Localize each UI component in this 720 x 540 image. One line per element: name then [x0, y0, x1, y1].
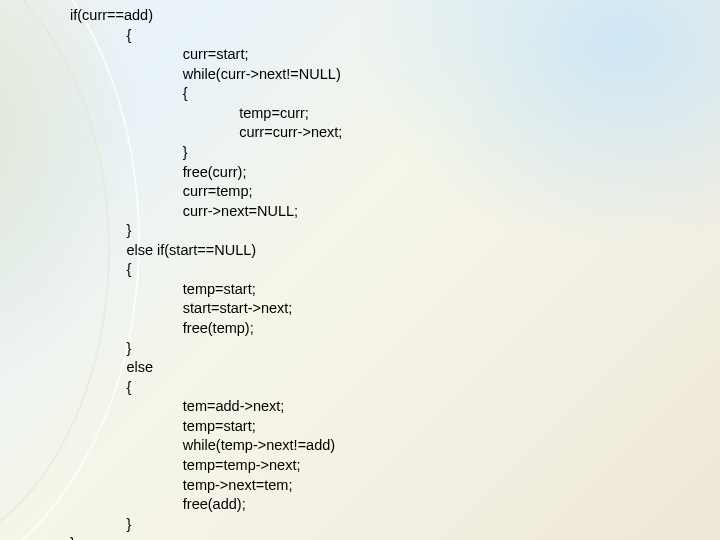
code-block: if(curr==add) { curr=start; while(curr->…: [70, 6, 342, 540]
